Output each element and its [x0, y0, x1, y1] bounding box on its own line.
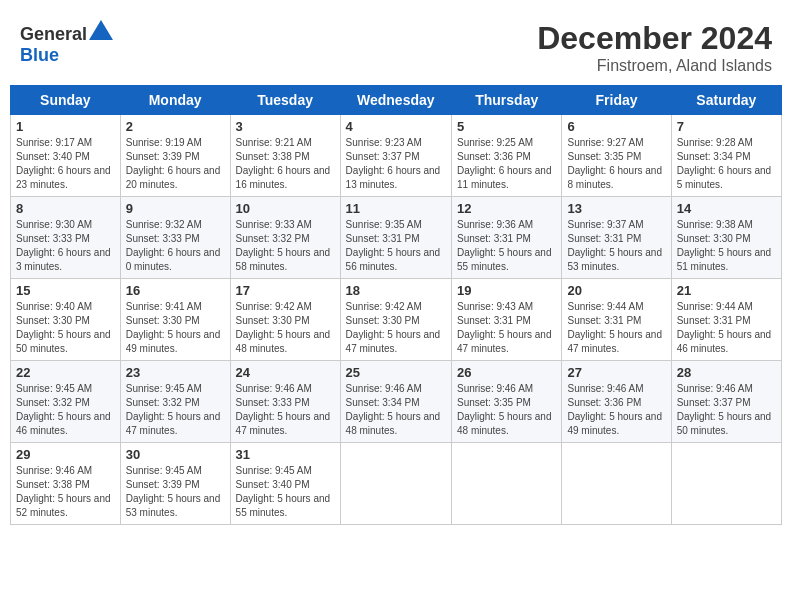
day-detail: Sunrise: 9:44 AMSunset: 3:31 PMDaylight:…	[677, 300, 776, 356]
logo-blue: Blue	[20, 45, 59, 65]
table-row: 2Sunrise: 9:19 AMSunset: 3:39 PMDaylight…	[120, 115, 230, 197]
table-row: 31Sunrise: 9:45 AMSunset: 3:40 PMDayligh…	[230, 443, 340, 525]
day-detail: Sunrise: 9:41 AMSunset: 3:30 PMDaylight:…	[126, 300, 225, 356]
day-number: 11	[346, 201, 446, 216]
day-detail: Sunrise: 9:45 AMSunset: 3:32 PMDaylight:…	[16, 382, 115, 438]
day-detail: Sunrise: 9:46 AMSunset: 3:37 PMDaylight:…	[677, 382, 776, 438]
logo: General Blue	[20, 20, 113, 66]
day-number: 13	[567, 201, 665, 216]
table-row: 8Sunrise: 9:30 AMSunset: 3:33 PMDaylight…	[11, 197, 121, 279]
day-number: 22	[16, 365, 115, 380]
weekday-header-thursday: Thursday	[451, 86, 561, 115]
table-row: 26Sunrise: 9:46 AMSunset: 3:35 PMDayligh…	[451, 361, 561, 443]
day-detail: Sunrise: 9:33 AMSunset: 3:32 PMDaylight:…	[236, 218, 335, 274]
table-row: 23Sunrise: 9:45 AMSunset: 3:32 PMDayligh…	[120, 361, 230, 443]
table-row: 21Sunrise: 9:44 AMSunset: 3:31 PMDayligh…	[671, 279, 781, 361]
table-row: 15Sunrise: 9:40 AMSunset: 3:30 PMDayligh…	[11, 279, 121, 361]
weekday-header-tuesday: Tuesday	[230, 86, 340, 115]
calendar-table: SundayMondayTuesdayWednesdayThursdayFrid…	[10, 85, 782, 525]
calendar-week-2: 8Sunrise: 9:30 AMSunset: 3:33 PMDaylight…	[11, 197, 782, 279]
day-number: 4	[346, 119, 446, 134]
day-number: 5	[457, 119, 556, 134]
day-detail: Sunrise: 9:46 AMSunset: 3:33 PMDaylight:…	[236, 382, 335, 438]
table-row: 27Sunrise: 9:46 AMSunset: 3:36 PMDayligh…	[562, 361, 671, 443]
day-number: 28	[677, 365, 776, 380]
day-detail: Sunrise: 9:38 AMSunset: 3:30 PMDaylight:…	[677, 218, 776, 274]
page-header: General Blue December 2024 Finstroem, Al…	[10, 10, 782, 80]
day-detail: Sunrise: 9:37 AMSunset: 3:31 PMDaylight:…	[567, 218, 665, 274]
day-detail: Sunrise: 9:23 AMSunset: 3:37 PMDaylight:…	[346, 136, 446, 192]
weekday-header-saturday: Saturday	[671, 86, 781, 115]
day-number: 25	[346, 365, 446, 380]
table-row: 11Sunrise: 9:35 AMSunset: 3:31 PMDayligh…	[340, 197, 451, 279]
table-row: 22Sunrise: 9:45 AMSunset: 3:32 PMDayligh…	[11, 361, 121, 443]
day-number: 18	[346, 283, 446, 298]
day-number: 7	[677, 119, 776, 134]
table-row: 19Sunrise: 9:43 AMSunset: 3:31 PMDayligh…	[451, 279, 561, 361]
day-detail: Sunrise: 9:46 AMSunset: 3:36 PMDaylight:…	[567, 382, 665, 438]
day-detail: Sunrise: 9:30 AMSunset: 3:33 PMDaylight:…	[16, 218, 115, 274]
table-row: 3Sunrise: 9:21 AMSunset: 3:38 PMDaylight…	[230, 115, 340, 197]
day-number: 20	[567, 283, 665, 298]
weekday-header-wednesday: Wednesday	[340, 86, 451, 115]
weekday-header-sunday: Sunday	[11, 86, 121, 115]
day-detail: Sunrise: 9:27 AMSunset: 3:35 PMDaylight:…	[567, 136, 665, 192]
logo-text: General Blue	[20, 20, 113, 66]
weekday-header-monday: Monday	[120, 86, 230, 115]
day-number: 3	[236, 119, 335, 134]
day-detail: Sunrise: 9:36 AMSunset: 3:31 PMDaylight:…	[457, 218, 556, 274]
table-row	[340, 443, 451, 525]
day-number: 10	[236, 201, 335, 216]
day-number: 29	[16, 447, 115, 462]
table-row: 18Sunrise: 9:42 AMSunset: 3:30 PMDayligh…	[340, 279, 451, 361]
day-detail: Sunrise: 9:17 AMSunset: 3:40 PMDaylight:…	[16, 136, 115, 192]
day-number: 19	[457, 283, 556, 298]
day-number: 21	[677, 283, 776, 298]
table-row: 30Sunrise: 9:45 AMSunset: 3:39 PMDayligh…	[120, 443, 230, 525]
table-row: 7Sunrise: 9:28 AMSunset: 3:34 PMDaylight…	[671, 115, 781, 197]
table-row: 28Sunrise: 9:46 AMSunset: 3:37 PMDayligh…	[671, 361, 781, 443]
svg-marker-0	[89, 20, 113, 40]
day-detail: Sunrise: 9:21 AMSunset: 3:38 PMDaylight:…	[236, 136, 335, 192]
table-row: 5Sunrise: 9:25 AMSunset: 3:36 PMDaylight…	[451, 115, 561, 197]
title-block: December 2024 Finstroem, Aland Islands	[537, 20, 772, 75]
weekday-header-friday: Friday	[562, 86, 671, 115]
table-row: 29Sunrise: 9:46 AMSunset: 3:38 PMDayligh…	[11, 443, 121, 525]
day-number: 26	[457, 365, 556, 380]
month-title: December 2024	[537, 20, 772, 57]
day-detail: Sunrise: 9:45 AMSunset: 3:39 PMDaylight:…	[126, 464, 225, 520]
day-number: 27	[567, 365, 665, 380]
day-detail: Sunrise: 9:25 AMSunset: 3:36 PMDaylight:…	[457, 136, 556, 192]
day-detail: Sunrise: 9:45 AMSunset: 3:32 PMDaylight:…	[126, 382, 225, 438]
day-number: 1	[16, 119, 115, 134]
logo-icon	[89, 20, 113, 40]
table-row: 6Sunrise: 9:27 AMSunset: 3:35 PMDaylight…	[562, 115, 671, 197]
table-row: 20Sunrise: 9:44 AMSunset: 3:31 PMDayligh…	[562, 279, 671, 361]
day-number: 16	[126, 283, 225, 298]
day-detail: Sunrise: 9:42 AMSunset: 3:30 PMDaylight:…	[346, 300, 446, 356]
day-number: 31	[236, 447, 335, 462]
day-detail: Sunrise: 9:46 AMSunset: 3:38 PMDaylight:…	[16, 464, 115, 520]
day-detail: Sunrise: 9:35 AMSunset: 3:31 PMDaylight:…	[346, 218, 446, 274]
table-row	[451, 443, 561, 525]
table-row: 17Sunrise: 9:42 AMSunset: 3:30 PMDayligh…	[230, 279, 340, 361]
day-detail: Sunrise: 9:32 AMSunset: 3:33 PMDaylight:…	[126, 218, 225, 274]
day-number: 23	[126, 365, 225, 380]
day-number: 30	[126, 447, 225, 462]
calendar-week-3: 15Sunrise: 9:40 AMSunset: 3:30 PMDayligh…	[11, 279, 782, 361]
calendar-week-4: 22Sunrise: 9:45 AMSunset: 3:32 PMDayligh…	[11, 361, 782, 443]
calendar-week-1: 1Sunrise: 9:17 AMSunset: 3:40 PMDaylight…	[11, 115, 782, 197]
table-row: 1Sunrise: 9:17 AMSunset: 3:40 PMDaylight…	[11, 115, 121, 197]
day-detail: Sunrise: 9:44 AMSunset: 3:31 PMDaylight:…	[567, 300, 665, 356]
table-row: 14Sunrise: 9:38 AMSunset: 3:30 PMDayligh…	[671, 197, 781, 279]
day-number: 6	[567, 119, 665, 134]
day-number: 14	[677, 201, 776, 216]
day-number: 12	[457, 201, 556, 216]
day-detail: Sunrise: 9:28 AMSunset: 3:34 PMDaylight:…	[677, 136, 776, 192]
day-number: 8	[16, 201, 115, 216]
weekday-header-row: SundayMondayTuesdayWednesdayThursdayFrid…	[11, 86, 782, 115]
day-number: 24	[236, 365, 335, 380]
table-row: 13Sunrise: 9:37 AMSunset: 3:31 PMDayligh…	[562, 197, 671, 279]
location-title: Finstroem, Aland Islands	[537, 57, 772, 75]
day-detail: Sunrise: 9:46 AMSunset: 3:35 PMDaylight:…	[457, 382, 556, 438]
